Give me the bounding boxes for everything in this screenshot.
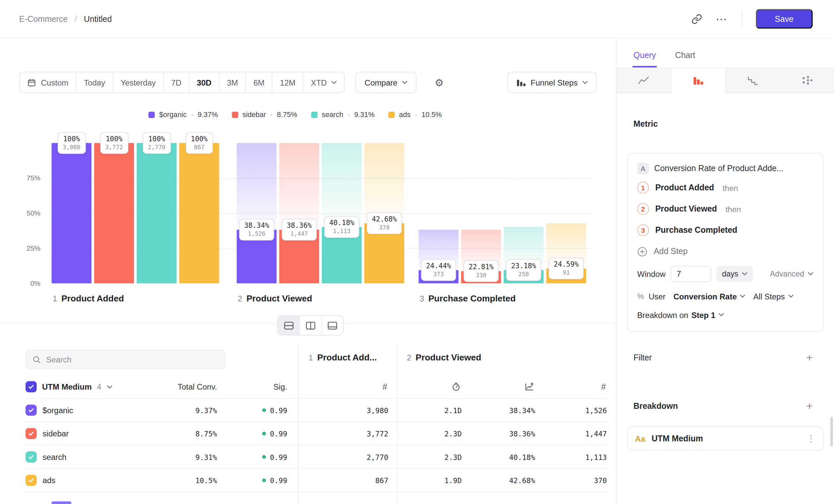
window-value-input[interactable] — [671, 266, 711, 282]
funnel-bar[interactable]: 22.81%330 — [461, 143, 501, 283]
legend-item[interactable]: search · 9.31% — [311, 110, 375, 118]
funnel-step-row-1[interactable]: 1 Product Added then — [637, 177, 813, 198]
tab-chart[interactable]: Chart — [675, 50, 695, 67]
breakdown-property-card[interactable]: Aa UTM Medium ⋮ — [627, 427, 824, 451]
row-checkbox[interactable] — [25, 475, 37, 486]
date-range-3m[interactable]: 3M — [219, 72, 245, 92]
add-breakdown-icon[interactable]: + — [806, 400, 813, 412]
y-axis-tick: 25% — [26, 244, 41, 252]
layout-split-horizontal-icon[interactable] — [278, 316, 300, 335]
step1-count: 2,770 — [298, 453, 389, 461]
breakdown-column-title[interactable]: UTM Medium — [42, 382, 92, 391]
breakdown-on-step-dropdown[interactable]: Breakdown on Step 1 — [637, 307, 813, 323]
calendar-icon — [27, 78, 36, 87]
date-range-30d[interactable]: 30D — [189, 72, 219, 92]
chevron-down-icon — [742, 272, 747, 276]
funnel-step-label-2: 2Product Viewed — [238, 294, 312, 303]
window-unit-select[interactable]: days — [717, 266, 752, 282]
layout-split-vertical-icon[interactable] — [300, 316, 322, 335]
date-range-7d[interactable]: 7D — [163, 72, 189, 92]
panel-scrollbar-thumb[interactable] — [830, 417, 833, 446]
horizontal-scrollbar-thumb[interactable] — [52, 501, 71, 504]
conversion-rate-column-icon[interactable] — [462, 382, 535, 391]
step2-count: 1,526 — [535, 406, 607, 414]
funnel-step-group-3: 24.44%373 22.81%330 23.18%258 24.59%91 — [419, 143, 586, 283]
report-type-funnels-icon[interactable] — [671, 68, 726, 93]
row-checkbox[interactable] — [25, 451, 37, 462]
report-type-flows-icon[interactable] — [780, 68, 834, 93]
column-header-sig[interactable]: Sig. — [217, 382, 287, 391]
metric-title-row[interactable]: A Conversion Rate of Product Adde... — [637, 160, 813, 177]
add-filter-icon[interactable]: + — [806, 352, 813, 363]
date-range-xtd[interactable]: XTD — [303, 72, 344, 92]
measure-type-dropdown[interactable]: Conversion Rate — [674, 292, 745, 300]
significance-dot — [262, 408, 266, 412]
table-row[interactable]: $organic 9.37% 0.99 3,980 2.1D 38.34% 1,… — [25, 398, 607, 422]
bar-solid — [179, 143, 219, 283]
table-row[interactable]: search 9.31% 0.99 2,770 2.3D 40.18% 1,11… — [25, 445, 607, 469]
date-range-custom[interactable]: Custom — [20, 72, 75, 92]
legend-swatch — [149, 111, 155, 118]
share-link-icon[interactable] — [692, 14, 702, 24]
column-header-total-conv[interactable]: Total Conv. — [153, 382, 217, 391]
breadcrumb-project[interactable]: E-Commerce — [19, 14, 68, 24]
funnel-bar[interactable]: 24.44%373 — [419, 143, 459, 283]
row-label: sidebar — [42, 429, 69, 438]
date-range-yesterday[interactable]: Yesterday — [112, 72, 163, 92]
bar-value-label: 38.34%1,526 — [239, 219, 275, 240]
breadcrumb-report-title[interactable]: Untitled — [84, 14, 112, 24]
search-field[interactable] — [25, 350, 225, 369]
funnel-bar[interactable]: 100%3,772 — [94, 143, 134, 283]
date-range-today[interactable]: Today — [76, 72, 113, 92]
funnel-step-row-3[interactable]: 3 Purchase Completed — [637, 220, 813, 241]
bar-value-label: 24.44%373 — [421, 259, 456, 281]
chart-view-selector[interactable]: Funnel Steps — [507, 72, 597, 93]
funnel-step-row-2[interactable]: 2 Product Viewed then — [637, 198, 813, 220]
funnel-bar[interactable]: 38.36%1,447 — [279, 143, 319, 283]
measure-entity[interactable]: User — [649, 292, 665, 300]
kebab-menu-icon[interactable]: ⋮ — [807, 433, 815, 444]
table-row[interactable]: sidebar 8.75% 0.99 3,772 2.3D 38.36% 1,4… — [25, 422, 607, 445]
layout-bottom-panel-icon[interactable] — [321, 316, 343, 335]
date-range-12m[interactable]: 12M — [272, 72, 303, 92]
time-to-convert-column-icon[interactable] — [397, 382, 462, 391]
legend-item[interactable]: $organic · 9.37% — [149, 110, 218, 118]
count-column-icon[interactable]: # — [601, 382, 606, 392]
funnel-bar[interactable]: 38.34%1,526 — [237, 143, 276, 283]
report-type-insights-icon[interactable] — [616, 68, 671, 93]
funnel-bar[interactable]: 100%867 — [179, 143, 219, 283]
funnel-bar[interactable]: 23.18%258 — [504, 143, 543, 283]
significance-dot — [262, 479, 266, 482]
significance-value: 0.99 — [270, 429, 287, 438]
funnel-bar[interactable]: 42.68%370 — [364, 143, 404, 283]
bar-value-label: 100%2,770 — [142, 132, 171, 154]
select-all-checkbox[interactable] — [25, 381, 37, 393]
table-row[interactable]: ads 10.5% 0.99 867 1.9D 42.68% 370 — [25, 469, 607, 492]
add-step-button[interactable]: Add Step — [637, 241, 813, 262]
report-type-retention-icon[interactable] — [726, 68, 780, 93]
search-input[interactable] — [46, 355, 219, 364]
save-button[interactable]: Save — [756, 9, 813, 28]
legend-item[interactable]: ads · 10.5% — [389, 110, 442, 118]
chevron-down-icon — [788, 294, 793, 298]
advanced-toggle[interactable]: Advanced — [770, 270, 813, 278]
funnel-bar[interactable]: 100%2,770 — [137, 143, 176, 283]
funnel-bar[interactable]: 24.59%91 — [546, 143, 586, 283]
date-range-6m[interactable]: 6M — [245, 72, 272, 92]
significance-dot — [262, 432, 266, 435]
plus-circle-icon — [637, 246, 647, 256]
more-options-icon[interactable]: ⋯ — [716, 13, 727, 25]
tab-query[interactable]: Query — [634, 50, 656, 67]
measure-scope-dropdown[interactable]: All Steps — [753, 292, 793, 300]
compare-button[interactable]: Compare — [356, 72, 417, 93]
topbar-divider — [741, 11, 742, 27]
gear-icon[interactable]: ⚙ — [435, 76, 443, 89]
row-checkbox[interactable] — [25, 428, 37, 439]
bar-value-label: 22.81%330 — [463, 260, 499, 282]
measurement-row: % User Conversion Rate All Steps — [637, 285, 813, 307]
funnel-bar[interactable]: 40.18%1,113 — [322, 143, 361, 283]
legend-item[interactable]: sidebar · 8.75% — [232, 110, 297, 118]
count-column-icon[interactable]: # — [382, 382, 387, 392]
row-checkbox[interactable] — [25, 405, 37, 416]
funnel-bar[interactable]: 100%3,980 — [52, 143, 92, 283]
